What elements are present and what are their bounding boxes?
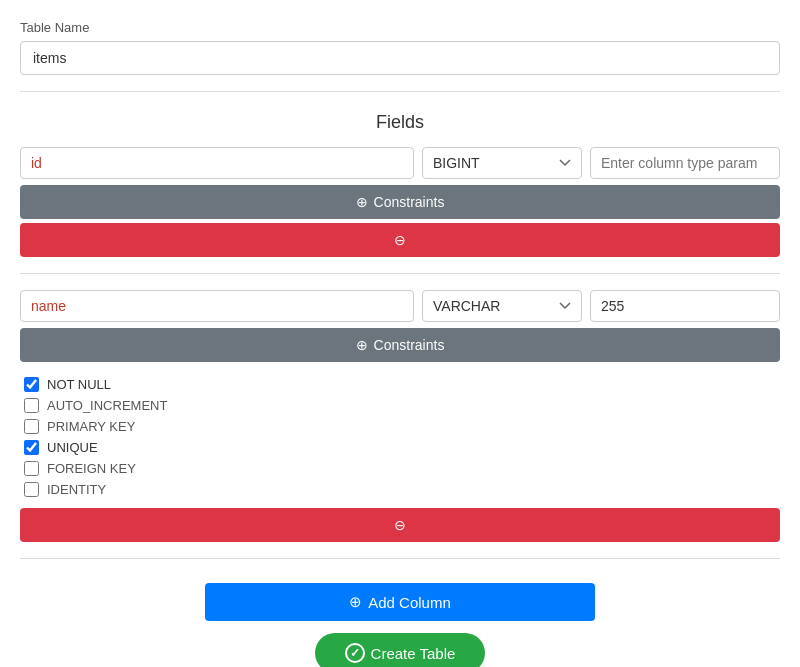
- create-table-icon: ✓: [345, 643, 365, 663]
- add-column-label: Add Column: [368, 594, 451, 611]
- divider-1: [20, 91, 780, 92]
- constraints-button-1[interactable]: ⊕ Constraints: [20, 185, 780, 219]
- constraint-unique-checkbox[interactable]: [24, 440, 39, 455]
- fields-title: Fields: [20, 112, 780, 133]
- create-table-label: Create Table: [371, 645, 456, 662]
- constraints-button-2[interactable]: ⊕ Constraints: [20, 328, 780, 362]
- column-name-input-1[interactable]: [20, 147, 414, 179]
- remove-button-2[interactable]: ⊖: [20, 508, 780, 542]
- remove-icon-1: ⊖: [394, 232, 406, 248]
- column-type-select-1[interactable]: BIGINT VARCHAR INT TEXT BOOLEAN FLOAT DO…: [422, 147, 582, 179]
- bottom-actions: ⊕ Add Column ✓ Create Table: [20, 583, 780, 667]
- constraints-down-icon-2: ⊕: [356, 337, 368, 353]
- table-name-input[interactable]: [20, 41, 780, 75]
- divider-2: [20, 273, 780, 274]
- constraints-label-2: Constraints: [374, 337, 445, 353]
- add-column-icon: ⊕: [349, 593, 362, 611]
- constraint-foreign-key-label[interactable]: FOREIGN KEY: [47, 461, 136, 476]
- remove-icon-2: ⊖: [394, 517, 406, 533]
- constraint-unique: UNIQUE: [24, 437, 776, 458]
- constraint-primary-key: PRIMARY KEY: [24, 416, 776, 437]
- divider-3: [20, 558, 780, 559]
- add-column-button[interactable]: ⊕ Add Column: [205, 583, 595, 621]
- constraints-panel-2: NOT NULL AUTO_INCREMENT PRIMARY KEY UNIQ…: [20, 366, 780, 508]
- column-name-input-2[interactable]: [20, 290, 414, 322]
- constraint-foreign-key-checkbox[interactable]: [24, 461, 39, 476]
- table-name-label: Table Name: [20, 20, 780, 35]
- column-row-2: BIGINT VARCHAR INT TEXT BOOLEAN FLOAT DO…: [20, 290, 780, 322]
- constraint-identity-checkbox[interactable]: [24, 482, 39, 497]
- constraint-auto-increment-checkbox[interactable]: [24, 398, 39, 413]
- table-name-section: Table Name: [20, 20, 780, 75]
- constraint-unique-label[interactable]: UNIQUE: [47, 440, 98, 455]
- column-block-2: BIGINT VARCHAR INT TEXT BOOLEAN FLOAT DO…: [20, 290, 780, 542]
- constraint-identity-label[interactable]: IDENTITY: [47, 482, 106, 497]
- form-container: Table Name Fields BIGINT VARCHAR INT TEX…: [20, 20, 780, 667]
- column-row-1: BIGINT VARCHAR INT TEXT BOOLEAN FLOAT DO…: [20, 147, 780, 179]
- column-param-input-1[interactable]: [590, 147, 780, 179]
- constraints-down-icon-1: ⊕: [356, 194, 368, 210]
- remove-button-1[interactable]: ⊖: [20, 223, 780, 257]
- constraint-not-null: NOT NULL: [24, 374, 776, 395]
- constraint-primary-key-label[interactable]: PRIMARY KEY: [47, 419, 135, 434]
- column-param-input-2[interactable]: [590, 290, 780, 322]
- column-block-1: BIGINT VARCHAR INT TEXT BOOLEAN FLOAT DO…: [20, 147, 780, 257]
- constraint-not-null-label[interactable]: NOT NULL: [47, 377, 111, 392]
- constraint-not-null-checkbox[interactable]: [24, 377, 39, 392]
- constraint-identity: IDENTITY: [24, 479, 776, 500]
- constraint-primary-key-checkbox[interactable]: [24, 419, 39, 434]
- column-type-select-2[interactable]: BIGINT VARCHAR INT TEXT BOOLEAN FLOAT DO…: [422, 290, 582, 322]
- create-table-button[interactable]: ✓ Create Table: [315, 633, 486, 667]
- constraint-foreign-key: FOREIGN KEY: [24, 458, 776, 479]
- constraint-auto-increment: AUTO_INCREMENT: [24, 395, 776, 416]
- constraint-auto-increment-label[interactable]: AUTO_INCREMENT: [47, 398, 167, 413]
- constraints-label-1: Constraints: [374, 194, 445, 210]
